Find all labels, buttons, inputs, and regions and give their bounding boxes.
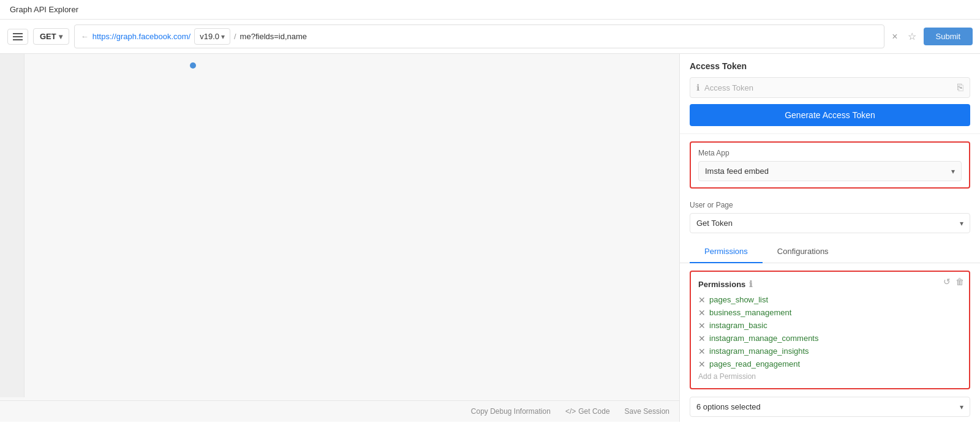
user-page-select[interactable]: Get Token ▾ [690,213,970,233]
permission-name: instagram_manage_insights [709,346,809,356]
meta-app-chevron-icon: ▾ [951,167,955,176]
meta-app-label: Meta App [698,149,962,157]
meta-app-select[interactable]: Imsta feed embed ▾ [698,161,962,181]
permission-remove-button[interactable]: ✕ [698,309,706,317]
options-chevron-icon: ▾ [960,403,963,411]
permission-remove-button[interactable]: ✕ [698,360,706,369]
editor-bottom-bar: Copy Debug Information </> Get Code Save… [0,400,679,422]
url-bar: ← https://graph.facebook.com/ v19.0 ▾ / … [74,24,884,48]
permission-item: ✕pages_read_engagement [698,359,962,369]
tab-configurations[interactable]: Configurations [763,241,843,263]
access-token-title: Access Token [690,61,970,71]
info-icon: ℹ [696,83,699,92]
method-chevron-icon: ▾ [59,32,62,41]
permissions-delete-button[interactable]: 🗑 [956,277,964,286]
star-button[interactable]: ☆ [905,29,919,43]
permission-remove-button[interactable]: ✕ [698,321,706,330]
permission-name: pages_read_engagement [709,359,800,369]
toolbar: GET ▾ ← https://graph.facebook.com/ v19.… [0,20,980,54]
permission-name: instagram_manage_comments [709,334,818,343]
code-icon: </> [565,407,576,416]
get-code-button[interactable]: </> Get Code [565,407,610,416]
permission-item: ✕pages_show_list [698,295,962,304]
permission-item: ✕instagram_manage_comments [698,334,962,343]
access-token-row: ℹ Access Token ⎘ [690,77,970,98]
user-page-label: User or Page [690,201,970,209]
permissions-reset-button[interactable]: ↺ [943,277,951,286]
tab-permissions[interactable]: Permissions [690,241,763,263]
permission-remove-button[interactable]: ✕ [698,334,706,343]
permission-item: ✕instagram_basic [698,321,962,330]
permission-name: instagram_basic [709,321,767,330]
arrow-left-icon: ← [81,32,89,41]
submit-button[interactable]: Submit [924,28,973,45]
editor-gutter [0,54,24,397]
permissions-info-icon: ℹ [749,279,752,289]
right-panel: Access Token ℹ Access Token ⎘ Generate A… [680,54,980,422]
get-code-label: Get Code [578,407,609,416]
permissions-list: ✕pages_show_list✕business_management✕ins… [698,295,962,369]
app-title: Graph API Explorer [10,5,78,14]
title-bar: Graph API Explorer [0,0,980,20]
main-layout: Copy Debug Information </> Get Code Save… [0,54,980,422]
permission-remove-button[interactable]: ✕ [698,347,706,356]
permission-item: ✕instagram_manage_insights [698,346,962,356]
permission-name: pages_show_list [709,295,768,304]
options-select[interactable]: 6 options selected ▾ [690,397,970,417]
version-chevron-icon: ▾ [221,32,225,41]
permission-name: business_management [709,308,791,317]
editor-panel: Copy Debug Information </> Get Code Save… [0,54,680,422]
version-select[interactable]: v19.0 ▾ [194,28,230,45]
close-button[interactable]: × [889,30,900,43]
copy-debug-button[interactable]: Copy Debug Information [471,407,551,416]
url-path[interactable]: me?fields=id,name [240,32,307,41]
save-session-button[interactable]: Save Session [625,407,669,416]
method-value: GET [40,32,56,41]
access-token-section: Access Token ℹ Access Token ⎘ Generate A… [680,54,980,134]
permission-item: ✕business_management [698,308,962,317]
save-session-label: Save Session [625,407,669,416]
generate-access-token-button[interactable]: Generate Access Token [690,104,970,126]
permissions-box-header: Permissions ℹ [698,279,962,289]
options-select-value: 6 options selected [696,402,761,411]
user-page-section: User or Page Get Token ▾ [680,196,980,241]
permissions-box: Permissions ℹ ↺ 🗑 ✕pages_show_list✕busin… [690,271,970,389]
permissions-box-title: Permissions [698,280,745,289]
access-token-placeholder: Access Token [704,83,952,92]
permission-remove-button[interactable]: ✕ [698,296,706,304]
meta-app-section: Meta App Imsta feed embed ▾ [690,141,970,189]
url-slash: / [234,32,236,41]
user-page-value: Get Token [696,219,733,228]
editor-dot [190,62,196,69]
url-base: https://graph.facebook.com/ [92,32,190,41]
add-permission[interactable]: Add a Permission [698,372,962,381]
method-select[interactable]: GET ▾ [33,28,69,45]
user-page-chevron-icon: ▾ [960,219,963,228]
version-value: v19.0 [200,32,219,41]
permissions-tabs: Permissions Configurations [680,241,980,263]
copy-icon[interactable]: ⎘ [957,82,963,93]
permissions-actions: ↺ 🗑 [943,277,964,286]
meta-app-value: Imsta feed embed [705,167,769,176]
copy-debug-label: Copy Debug Information [471,407,551,416]
menu-button[interactable] [7,29,28,45]
